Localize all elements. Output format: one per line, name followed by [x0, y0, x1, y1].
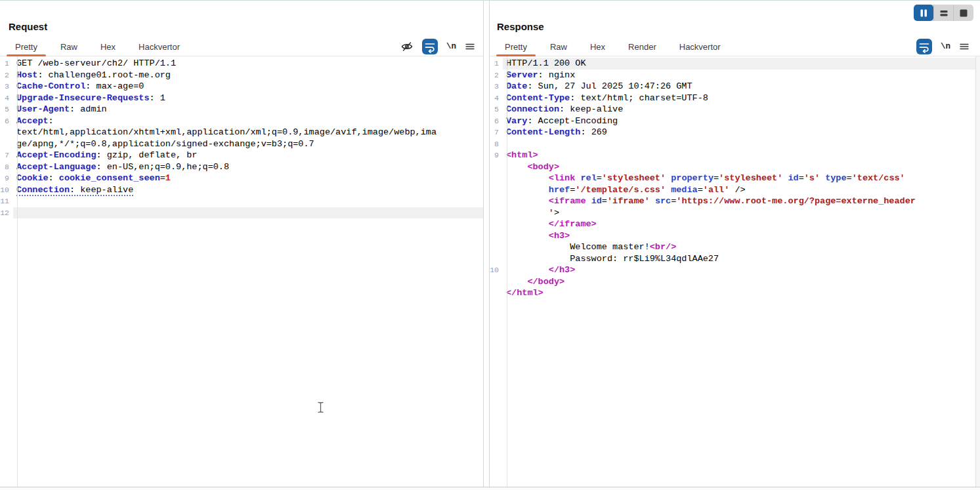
code-line[interactable]: 9<html>	[490, 150, 980, 161]
line-number: 10	[0, 184, 13, 196]
tab-raw[interactable]: Raw	[540, 37, 577, 56]
code-line[interactable]: 10Connection: keep-alive	[0, 184, 483, 196]
code-line[interactable]: 11	[0, 195, 483, 207]
panel-splitter[interactable]	[483, 1, 490, 487]
code-line[interactable]: href='/template/s.css' media='all' />	[490, 184, 980, 196]
code-line[interactable]: 1HTTP/1.1 200 OK	[490, 58, 980, 70]
line-number	[490, 184, 503, 196]
code-text: </html>	[503, 287, 980, 299]
code-line[interactable]: 2Host: challenge01.root-me.org	[0, 70, 483, 81]
request-editor[interactable]: 1GET /web-serveur/ch2/ HTTP/1.12Host: ch…	[0, 56, 483, 487]
line-number: 4	[490, 92, 503, 104]
line-number: 3	[490, 81, 503, 92]
response-panel-header: Response	[490, 1, 980, 37]
editor-menu-icon[interactable]	[959, 41, 969, 52]
wrap-lines-icon[interactable]	[916, 39, 932, 54]
tab-pretty[interactable]: Pretty	[495, 37, 537, 56]
newline-toggle[interactable]: \n	[941, 42, 950, 51]
code-line[interactable]: 12	[0, 207, 483, 219]
code-text: Welcome master!<br/>	[503, 241, 980, 253]
response-scrollbar[interactable]	[975, 56, 980, 487]
code-line[interactable]: 5Connection: keep-alive	[490, 104, 980, 115]
code-line[interactable]: text/html,application/xhtml+xml,applicat…	[0, 127, 483, 138]
single-view-button[interactable]	[953, 5, 973, 21]
code-line[interactable]: 9Cookie: cookie_consent_seen=1	[0, 173, 483, 184]
split-rows-button[interactable]	[933, 5, 954, 21]
tab-hackvertor[interactable]: Hackvertor	[670, 37, 731, 56]
code-text: Server: nginx	[503, 70, 980, 81]
code-text: <link rel='stylesheet' property='stylesh…	[503, 173, 980, 184]
editor-menu-icon[interactable]	[465, 41, 475, 52]
code-line[interactable]: </body>	[490, 276, 980, 288]
newline-toggle[interactable]: \n	[446, 42, 456, 51]
code-text	[13, 195, 483, 207]
line-number: 3	[0, 81, 13, 92]
code-text: Content-Type: text/html; charset=UTF-8	[503, 92, 980, 104]
line-number	[490, 218, 503, 230]
code-text	[13, 207, 483, 219]
code-text: </iframe>	[503, 218, 980, 230]
bottom-edge	[0, 487, 980, 490]
line-number: 2	[0, 70, 13, 81]
line-number	[490, 253, 503, 265]
code-line[interactable]: 3Date: Sun, 27 Jul 2025 10:47:26 GMT	[490, 81, 980, 92]
response-panel-title: Response	[497, 21, 544, 32]
code-text: <body>	[503, 161, 980, 173]
code-line[interactable]: 10 </h3>	[490, 264, 980, 276]
code-text: Vary: Accept-Encoding	[503, 115, 980, 127]
tab-hex[interactable]: Hex	[91, 37, 125, 56]
line-number: 8	[0, 161, 13, 173]
code-text: text/html,application/xhtml+xml,applicat…	[13, 127, 483, 138]
code-line[interactable]: </html>	[490, 287, 980, 299]
code-line[interactable]: Welcome master!<br/>	[490, 241, 980, 253]
line-number: 7	[0, 150, 13, 161]
code-line[interactable]: 6Accept:	[0, 115, 483, 127]
code-line[interactable]: 4Content-Type: text/html; charset=UTF-8	[490, 92, 980, 104]
tab-render[interactable]: Render	[618, 37, 666, 56]
code-line[interactable]: 5User-Agent: admin	[0, 104, 483, 115]
code-line[interactable]: 6Vary: Accept-Encoding	[490, 115, 980, 127]
code-line[interactable]: </iframe>	[490, 218, 980, 230]
code-text: </body>	[503, 276, 980, 288]
code-line[interactable]: '>	[490, 207, 980, 219]
code-line[interactable]: <h3>	[490, 230, 980, 242]
repeater-split-view: Request PrettyRawHexHackvertor	[0, 1, 980, 487]
line-number: 9	[0, 173, 13, 184]
tab-hackvertor[interactable]: Hackvertor	[129, 37, 190, 56]
tab-raw[interactable]: Raw	[51, 37, 87, 56]
line-number: 8	[490, 138, 503, 150]
wrap-lines-icon[interactable]	[422, 39, 438, 54]
code-text: Accept-Encoding: gzip, deflate, br	[13, 150, 483, 161]
code-line[interactable]: 3Cache-Control: max-age=0	[0, 81, 483, 92]
request-panel-title: Request	[9, 21, 47, 32]
split-columns-button[interactable]	[914, 5, 933, 21]
hide-eye-icon[interactable]	[400, 40, 414, 53]
tab-hex[interactable]: Hex	[580, 37, 615, 56]
code-text: <h3>	[503, 230, 980, 242]
response-editor[interactable]: 1HTTP/1.1 200 OK2Server: nginx3Date: Sun…	[490, 56, 980, 487]
line-number: 7	[490, 127, 503, 138]
line-number	[490, 276, 503, 288]
code-line[interactable]: <link rel='stylesheet' property='stylesh…	[490, 173, 980, 184]
code-line[interactable]: <body>	[490, 161, 980, 173]
code-line[interactable]: ge/apng,*/*;q=0.8,application/signed-exc…	[0, 138, 483, 150]
response-panel: Response	[490, 1, 980, 487]
line-number: 9	[490, 150, 503, 161]
code-line[interactable]: 8Accept-Language: en-US,en;q=0.9,he;q=0.…	[0, 161, 483, 173]
request-editor-toolbar: \n	[400, 39, 483, 54]
code-line[interactable]: 2Server: nginx	[490, 70, 980, 81]
code-line[interactable]: 4Upgrade-Insecure-Requests: 1	[0, 92, 483, 104]
code-text: Connection: keep-alive	[13, 184, 483, 196]
tab-pretty[interactable]: Pretty	[5, 37, 47, 56]
code-line[interactable]: Password: rr$Li9%L34qdlAAe27	[490, 253, 980, 265]
line-number	[490, 207, 503, 219]
code-text: HTTP/1.1 200 OK	[503, 58, 980, 70]
line-number: 10	[490, 264, 503, 276]
code-line[interactable]: 8	[490, 138, 980, 150]
line-number	[490, 161, 503, 173]
code-line[interactable]: 7Accept-Encoding: gzip, deflate, br	[0, 150, 483, 161]
code-line[interactable]: 1GET /web-serveur/ch2/ HTTP/1.1	[0, 58, 483, 70]
line-number: 11	[0, 195, 13, 207]
code-line[interactable]: 7Content-Length: 269	[490, 127, 980, 138]
code-line[interactable]: <iframe id='iframe' src='https://www.roo…	[490, 195, 980, 207]
